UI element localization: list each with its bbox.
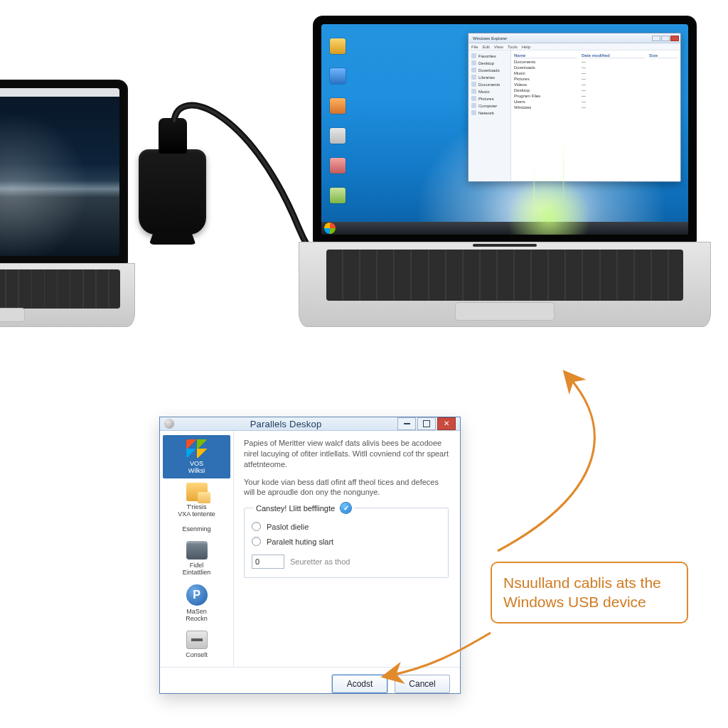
desktop-icon[interactable] bbox=[330, 98, 346, 114]
laptop-windows-keyboard bbox=[326, 250, 683, 301]
laptop-mac-chassis bbox=[0, 263, 135, 327]
maximize-button[interactable] bbox=[417, 417, 436, 430]
cell[interactable]: Users bbox=[514, 100, 577, 104]
explorer-titlebar[interactable]: Windows Explorer bbox=[469, 33, 680, 43]
laptop-windows: Windows Explorer File Edit View Tools He… bbox=[306, 16, 704, 327]
cell[interactable]: Music bbox=[514, 71, 577, 75]
sidebar-item[interactable]: Network bbox=[478, 111, 494, 115]
cell[interactable]: Desktop bbox=[514, 88, 577, 92]
windows-taskbar[interactable] bbox=[321, 222, 688, 235]
menu-item[interactable]: Tools bbox=[508, 45, 518, 49]
column-header[interactable]: Date modified bbox=[582, 53, 645, 58]
start-button-icon[interactable] bbox=[324, 223, 336, 234]
sidebar-item-label: Wilksi bbox=[188, 467, 205, 474]
desktop-icon[interactable] bbox=[330, 128, 346, 144]
radio-icon[interactable] bbox=[252, 522, 261, 531]
hardware-scene: Windows Explorer File Edit View Tools He… bbox=[0, 50, 728, 327]
sidebar-item-label: Fidel bbox=[190, 562, 204, 569]
close-button[interactable] bbox=[437, 417, 456, 430]
sidebar-item-triesis[interactable]: T'riesisVXA tentente bbox=[163, 478, 230, 522]
cell[interactable]: Windows bbox=[514, 105, 577, 109]
sidebar-item[interactable]: Documents bbox=[478, 82, 500, 87]
sidebar-item[interactable]: Libraries bbox=[478, 75, 495, 80]
cell[interactable]: Videos bbox=[514, 82, 577, 87]
laptop-windows-screen: Windows Explorer File Edit View Tools He… bbox=[321, 24, 688, 235]
cell: — bbox=[582, 100, 645, 104]
check-icon[interactable]: ✓ bbox=[341, 503, 351, 513]
cell[interactable]: Downloads bbox=[514, 65, 577, 70]
radio-option-2[interactable]: Paralelt huting slart bbox=[252, 537, 441, 546]
sidebar-item-conselt[interactable]: Conselt bbox=[163, 626, 230, 663]
hinge bbox=[473, 244, 537, 247]
column-header[interactable]: Size bbox=[649, 53, 678, 58]
sidebar-item-label: MaSen bbox=[186, 608, 207, 615]
explorer-menubar[interactable]: File Edit View Tools Help bbox=[469, 43, 680, 50]
cell: — bbox=[582, 105, 645, 109]
laptop-mac-trackpad bbox=[0, 308, 25, 322]
desktop-icons bbox=[330, 38, 346, 203]
cell[interactable]: Pictures bbox=[514, 77, 577, 81]
cell bbox=[649, 100, 678, 104]
dialog-title: Parallels Deskop bbox=[178, 419, 393, 429]
menu-item[interactable]: File bbox=[471, 45, 478, 49]
sidebar-item[interactable]: Downloads bbox=[478, 68, 500, 73]
menu-item[interactable]: Help bbox=[522, 45, 530, 49]
sidebar-item-label: Conselt bbox=[186, 651, 208, 658]
dialog-sidebar[interactable]: VOSWilksi T'riesisVXA tentente Esenming … bbox=[160, 431, 234, 667]
desktop-icon[interactable] bbox=[330, 38, 346, 54]
options-fieldset: Canstey! Llitt befflingte ✓ Paslot dieli… bbox=[244, 508, 449, 578]
sidebar-item-masen[interactable]: P MaSenReockn bbox=[163, 580, 230, 626]
cell: — bbox=[582, 71, 645, 75]
laptop-windows-trackpad bbox=[455, 302, 555, 321]
radio-option-1[interactable]: Paslot dielie bbox=[252, 522, 441, 531]
laptop-mac bbox=[0, 80, 128, 327]
sidebar-item[interactable]: Pictures bbox=[478, 97, 494, 101]
sidebar-item-fidel[interactable]: FidelEintattlien bbox=[163, 537, 230, 580]
hard-drive-icon bbox=[186, 541, 208, 560]
minimize-button[interactable] bbox=[652, 36, 660, 41]
cell bbox=[649, 105, 678, 109]
cancel-button[interactable]: Cancel bbox=[395, 675, 450, 693]
number-input[interactable]: 0 bbox=[252, 555, 284, 569]
menu-item[interactable]: View bbox=[494, 45, 503, 49]
sidebar-item-label: VXA tentente bbox=[178, 510, 215, 518]
sidebar-item[interactable]: Favorites bbox=[478, 54, 496, 58]
cell bbox=[649, 65, 678, 70]
windows-flag-icon bbox=[186, 439, 208, 458]
menu-item[interactable]: Edit bbox=[483, 45, 490, 49]
explorer-sidebar[interactable]: Favorites Desktop Downloads Libraries Do… bbox=[469, 50, 511, 181]
sidebar-item-esenming[interactable]: Esenming bbox=[163, 522, 230, 537]
dialog-titlebar[interactable]: Parallels Deskop bbox=[160, 417, 460, 431]
sidebar-item[interactable]: Desktop bbox=[478, 61, 494, 65]
desktop-icon[interactable] bbox=[330, 188, 346, 203]
cell: — bbox=[582, 77, 645, 81]
cell bbox=[649, 60, 678, 64]
minimize-button[interactable] bbox=[397, 417, 416, 430]
radio-icon[interactable] bbox=[252, 537, 261, 546]
explorer-title: Windows Explorer bbox=[473, 36, 507, 41]
laptop-mac-screen bbox=[0, 88, 119, 256]
obd-adapter bbox=[139, 149, 206, 235]
cell bbox=[649, 88, 678, 92]
cell[interactable]: Program Files bbox=[514, 94, 577, 98]
explorer-file-list[interactable]: Name Date modified Size Documents— Downl… bbox=[511, 50, 680, 181]
sidebar-item[interactable]: Music bbox=[478, 90, 490, 94]
desktop-icon[interactable] bbox=[330, 68, 346, 84]
sidebar-item-label: Eintattlien bbox=[183, 569, 211, 576]
laptop-windows-chassis bbox=[299, 242, 711, 327]
sidebar-item-vos[interactable]: VOSWilksi bbox=[163, 435, 230, 478]
cell[interactable]: Documents bbox=[514, 60, 577, 64]
sidebar-item-label: Reockn bbox=[186, 615, 208, 622]
desktop-icon[interactable] bbox=[330, 158, 346, 173]
parallels-icon: P bbox=[186, 584, 208, 606]
laptop-mac-keyboard bbox=[0, 269, 120, 309]
explorer-window[interactable]: Windows Explorer File Edit View Tools He… bbox=[468, 33, 681, 182]
sidebar-item[interactable]: Computer bbox=[478, 104, 497, 108]
column-header[interactable]: Name bbox=[514, 53, 577, 58]
accept-button[interactable]: Acodst bbox=[332, 675, 387, 693]
close-button[interactable] bbox=[670, 36, 679, 41]
dialog-paragraph: Papies of Meritter view walcf dats alivi… bbox=[244, 438, 449, 470]
annotation-callout: Nsuulland cablis ats the Windows USB dev… bbox=[491, 562, 688, 623]
maximize-button[interactable] bbox=[661, 36, 670, 41]
parallels-dialog[interactable]: Parallels Deskop VOSWilksi T'riesisVXA t… bbox=[159, 417, 461, 694]
